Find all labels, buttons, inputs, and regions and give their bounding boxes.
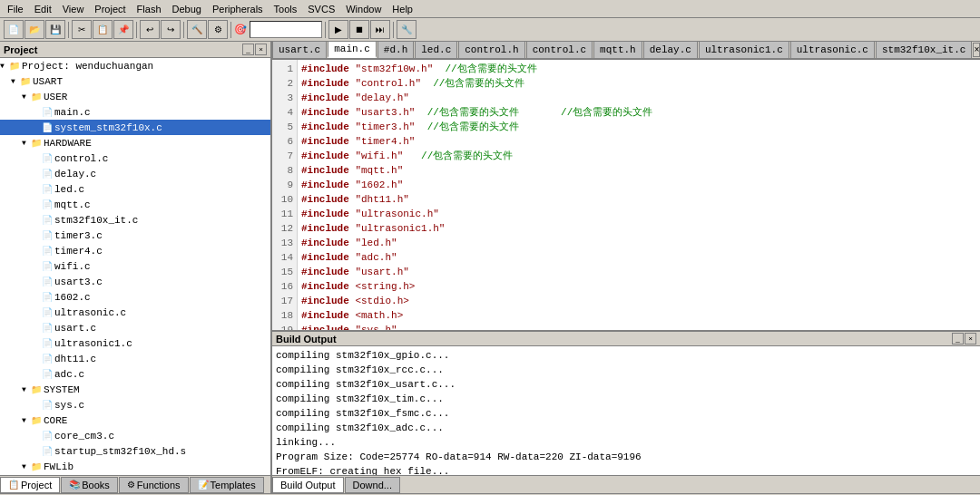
menu-edit[interactable]: Edit [29,2,57,16]
menu-project[interactable]: Project [89,2,131,16]
debug-stop-button[interactable]: ⏹ [349,20,369,39]
menu-debug[interactable]: Debug [167,2,207,16]
bottom-tab-icon: 📝 [198,480,209,490]
tree-item-adc_c[interactable]: 📄adc.c [0,366,270,382]
tree-item-user[interactable]: ▼📁USER [0,89,270,104]
file-icon: 📄 [42,323,53,334]
project-panel: Project _ × ▼📁Project: wenduchuangan▼📁US… [0,42,272,493]
tree-label: 1602.c [54,292,91,303]
menu-help[interactable]: Help [387,2,418,16]
open-button[interactable]: 📂 [24,20,44,39]
tree-item-delay_c[interactable]: 📄delay.c [0,166,270,181]
cut-button[interactable]: ✂ [72,20,92,39]
tab-#d_h[interactable]: #d.h [377,42,414,58]
menu-flash[interactable]: Flash [132,2,167,16]
build-output-close[interactable]: × [965,333,976,345]
tree-item-led_c[interactable]: 📄led.c [0,181,270,197]
menu-window[interactable]: Window [340,2,387,16]
tree-item-ultrasonic1_c[interactable]: 📄ultrasonic1.c [0,335,270,351]
tree-label: wifi.c [54,261,91,272]
code-line: #include "timer3.h" //包含需要的头文件 [301,120,976,134]
build-button[interactable]: 🔨 [187,20,207,39]
bottom-tab-functions[interactable]: ⚙Functions [119,477,189,493]
tree-item-stm32f10x_it[interactable]: 📄stm32f10x_it.c [0,212,270,228]
tab-close-all-btn[interactable]: × [973,43,980,57]
rebuild-button[interactable]: ⚙ [208,20,228,39]
folder-icon: 📁 [31,92,42,102]
build-output-minimize[interactable]: _ [952,333,964,345]
tree-item-timer4_c[interactable]: 📄timer4.c [0,243,270,258]
tree-item-core[interactable]: ▼📁CORE [0,412,270,428]
tab-control_h[interactable]: control.h [458,42,524,58]
tree-item-usart_c[interactable]: 📄usart.c [0,320,270,335]
tab-control_c[interactable]: control.c [526,42,593,58]
undo-button[interactable]: ↩ [140,20,160,39]
tab-ultrasonic_c[interactable]: ultrasonic.c [790,42,875,58]
tree-label: USART [33,76,63,87]
tree-item-main_c[interactable]: 📄main.c [0,104,270,120]
menu-view[interactable]: View [57,2,90,16]
line-number: 17 [276,294,293,308]
target-input[interactable]: USART [250,21,322,38]
tab-main_c[interactable]: main.c [328,42,377,58]
tree-item-system_stm32[interactable]: 📄system_stm32f10x.c [0,120,270,135]
debug-start-button[interactable]: ▶ [328,20,348,39]
build-output-tab-buildoutput[interactable]: Build Output [272,477,344,493]
tree-item-fwlib[interactable]: ▼📁FWLib [0,459,270,474]
file-icon: 📄 [42,369,53,380]
menu-svcs[interactable]: SVCS [302,2,340,16]
panel-minimize-btn[interactable]: _ [242,44,254,55]
tab-usart_c[interactable]: usart.c [272,42,327,58]
tree-item-hardware[interactable]: ▼📁HARDWARE [0,135,270,150]
code-content[interactable]: #include "stm32f10w.h" //包含需要的头文件#includ… [298,60,980,330]
tree-item-system[interactable]: ▼📁SYSTEM [0,382,270,397]
line-number: 2 [276,76,293,91]
tab-stm32f10x_it_c[interactable]: stm32f10x_it.c [876,42,972,58]
code-line: #include <math.h> [301,308,976,323]
redo-button[interactable]: ↪ [161,20,181,39]
tab-ultrasonic1_c[interactable]: ultrasonic1.c [699,42,789,58]
tree-label: timer3.c [54,230,103,241]
tree-label: stm32f10x_it.c [54,215,138,226]
tree-item-sys_c[interactable]: 📄sys.c [0,397,270,412]
tree-item-ultrasonic_c[interactable]: 📄ultrasonic.c [0,305,270,320]
copy-button[interactable]: 📋 [93,20,113,39]
menu-peripherals[interactable]: Peripherals [207,2,269,16]
menu-tools[interactable]: Tools [269,2,303,16]
tree-item-mqtt_c[interactable]: 📄mqtt.c [0,197,270,212]
settings-button[interactable]: 🔧 [397,20,416,39]
save-button[interactable]: 💾 [45,20,65,39]
build-output-tabs: Build OutputDownd... [272,475,980,493]
file-icon: 📄 [42,215,53,226]
tree-item-control_c[interactable]: 📄control.c [0,150,270,166]
tab-mqtt_h[interactable]: mqtt.h [593,42,642,58]
tab-led_c[interactable]: led.c [415,42,457,58]
tab-delay_c[interactable]: delay.c [643,42,698,58]
tree-item-1602_c[interactable]: 📄1602.c [0,289,270,305]
tree-item-usart3_c[interactable]: 📄usart3.c [0,274,270,289]
tree-item-startup[interactable]: 📄startup_stm32f10x_hd.s [0,443,270,459]
menu-file[interactable]: File [2,2,29,16]
tree-item-root[interactable]: ▼📁Project: wenduchuangan [0,58,270,73]
file-icon: 📄 [42,431,53,442]
bottom-tab-books[interactable]: 📚Books [61,477,118,493]
expand-icon: ▼ [22,92,31,101]
code-line: #include "ultrasonic1.h" [301,221,976,236]
tree-item-timer3_c[interactable]: 📄timer3.c [0,228,270,243]
line-number: 1 [276,62,293,76]
paste-button[interactable]: 📌 [113,20,133,39]
tree-item-usart[interactable]: ▼📁USART [0,73,270,89]
bottom-tab-label: Functions [137,480,181,490]
tree-item-wifi_c[interactable]: 📄wifi.c [0,258,270,274]
bottom-tab-templates[interactable]: 📝Templates [190,477,264,493]
debug-step-button[interactable]: ⏭ [370,20,390,39]
tree-item-core_cm3[interactable]: 📄core_cm3.c [0,428,270,443]
new-button[interactable]: 📄 [4,20,24,39]
bottom-tab-project[interactable]: 📋Project [0,477,60,493]
build-output-tab-downd...[interactable]: Downd... [345,477,400,493]
tree-item-dht11_c[interactable]: 📄dht11.c [0,351,270,366]
code-line: #include <stdio.h> [301,294,976,308]
panel-close-btn[interactable]: × [255,44,267,55]
bottom-tab-label: Project [21,480,52,490]
line-number: 19 [276,323,293,330]
